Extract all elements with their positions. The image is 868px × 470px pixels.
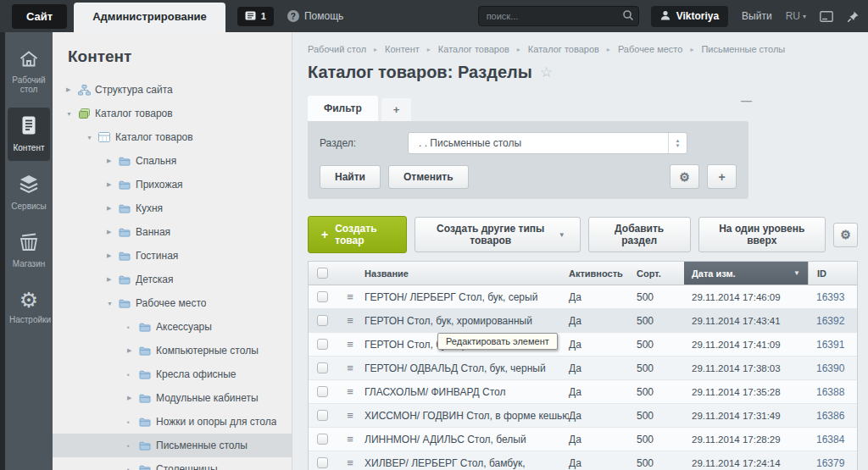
create-other-types-button[interactable]: Создать другие типы товаров ▼ [415, 217, 581, 252]
breadcrumb-item[interactable]: Письменные столы [701, 44, 785, 54]
help-button[interactable]: ? Помощь [287, 10, 343, 22]
id-link[interactable]: 16386 [816, 410, 844, 422]
tab-filter[interactable]: Фильтр [308, 96, 378, 121]
panel-toggle-icon[interactable] [820, 11, 833, 22]
tree-item[interactable]: ▪Кресла офисные [53, 362, 292, 386]
sidebar-item-shop[interactable]: Магазин [8, 224, 50, 277]
id-link[interactable]: 16390 [816, 362, 844, 374]
admin-tab[interactable]: Администрирование [74, 3, 225, 32]
expand-arrow-icon[interactable]: ▶ [107, 181, 119, 188]
id-link[interactable]: 16391 [816, 339, 844, 351]
search-input[interactable] [478, 6, 639, 26]
product-name-cell[interactable]: ХИЛВЕР/ ЛЕРБЕРГ Стол, бамбук, [364, 451, 569, 470]
filter-add-button[interactable]: + [707, 164, 737, 189]
sidebar-item-desktop[interactable]: Рабочий стол [8, 42, 50, 102]
table-row[interactable]: ≡ХИССМОН/ ГОДВИН Стол, в форме кешью, бе… [309, 404, 857, 428]
product-name-cell[interactable]: ГЕРТОН/ ЛЕРБЕРГ Стол, бук, серый [364, 285, 569, 308]
id-link[interactable]: 16388 [816, 386, 844, 398]
sidebar-item-settings[interactable]: ⚙ Настройки [8, 282, 50, 333]
breadcrumb-item[interactable]: Каталог товаров [528, 44, 599, 54]
tree-item[interactable]: ▶Компьютерные столы [53, 339, 292, 362]
search-icon[interactable] [622, 9, 634, 25]
table-row[interactable]: ≡ГЕРТОН/ ЛЕРБЕРГ Стол, бук, серыйДа50029… [309, 285, 857, 309]
level-up-button[interactable]: На один уровень вверх [698, 217, 826, 252]
user-menu[interactable]: Viktoriya [651, 6, 728, 27]
column-header-date-sorted[interactable]: Дата изм. ▼ [684, 262, 808, 285]
id-link[interactable]: 16393 [816, 291, 844, 303]
tree-item[interactable]: ▼Каталог товаров [53, 125, 292, 149]
row-menu-handle-icon[interactable]: ≡ [336, 451, 364, 470]
tree-item[interactable]: ▪Письменные столы [53, 434, 292, 457]
collapse-arrow-icon[interactable]: ▼ [86, 135, 98, 141]
id-link[interactable]: 16379 [816, 457, 844, 469]
expand-arrow-icon[interactable]: ▶ [107, 276, 119, 283]
expand-arrow-icon[interactable]: ▶ [66, 86, 78, 93]
row-checkbox[interactable] [317, 434, 328, 445]
create-product-button[interactable]: + Создать товар [308, 216, 407, 253]
tree-item[interactable]: ▶Структура сайта [53, 78, 292, 102]
row-checkbox[interactable] [317, 362, 328, 373]
row-menu-handle-icon[interactable]: ≡ [336, 380, 364, 403]
id-link[interactable]: 16384 [816, 434, 844, 445]
row-checkbox[interactable] [317, 339, 328, 350]
logout-button[interactable]: Выйти [742, 10, 772, 22]
row-checkbox[interactable] [317, 315, 328, 326]
tree-item[interactable]: ▶Модульные кабинеты [53, 386, 292, 410]
sidebar-item-services[interactable]: Сервисы [8, 166, 50, 219]
product-name-cell[interactable]: ГЛАСХОЛЬМ/ ФИНВАРД Стол [364, 380, 569, 403]
add-section-button[interactable]: Добавить раздел [588, 217, 691, 252]
sidebar-item-content[interactable]: Контент [8, 108, 50, 161]
table-row[interactable]: ≡ГЕРТОН Стол, бук, хромДа50029.11.2014 1… [309, 333, 857, 357]
tree-item[interactable]: ▶Кухня [53, 196, 292, 220]
expand-arrow-icon[interactable]: ▶ [127, 395, 139, 401]
tree-item[interactable]: ▼Рабочее место [53, 291, 292, 315]
breadcrumb-item[interactable]: Контент [385, 44, 420, 54]
product-name-cell[interactable]: ГЕРТОН Стол, бук, хромированный [364, 309, 569, 332]
tree-item[interactable]: ▪Столешницы [53, 457, 292, 470]
tree-item[interactable]: ▶Гостиная [53, 244, 292, 268]
tree-item[interactable]: ▶Прихожая [53, 173, 292, 196]
tree-item[interactable]: ▶Ванная [53, 220, 292, 244]
tree-item[interactable]: ▪Ножки и опоры для стола [53, 410, 292, 434]
breadcrumb-item[interactable]: Рабочий стол [308, 44, 366, 54]
table-row[interactable]: ≡ГЕРТОН Стол, бук, хромированныйДа50029.… [309, 309, 857, 333]
expand-arrow-icon[interactable]: ▶ [127, 347, 139, 354]
row-menu-handle-icon[interactable]: ≡ [336, 428, 364, 451]
table-row[interactable]: ≡ЛИННМОН/ АДИЛЬС Стол, белыйДа50029.11.2… [309, 428, 857, 451]
row-checkbox[interactable] [317, 410, 328, 421]
collapse-filter-icon[interactable]: — [741, 94, 752, 107]
language-selector[interactable]: RU ▾ [786, 10, 806, 22]
site-tab[interactable]: Сайт [12, 4, 67, 29]
collapse-arrow-icon[interactable]: ▼ [107, 301, 119, 307]
row-checkbox[interactable] [317, 291, 328, 302]
table-row[interactable]: ≡ГЛАСХОЛЬМ/ ФИНВАРД СтолДа50029.11.2014 … [309, 380, 857, 404]
collapse-arrow-icon[interactable]: ▼ [66, 111, 78, 117]
table-row[interactable]: ≡ГЕРТОН/ ОДВАЛЬД Стол, бук, черныйДа5002… [309, 357, 857, 380]
cancel-button[interactable]: Отменить [388, 165, 469, 189]
row-menu-handle-icon[interactable]: ≡ [336, 404, 364, 427]
row-menu-handle-icon[interactable]: ≡ [336, 285, 364, 308]
breadcrumb-item[interactable]: Рабочее место [618, 44, 683, 54]
add-filter-tab-button[interactable]: + [381, 98, 412, 121]
tree-item[interactable]: ▼Каталог товаров [53, 102, 292, 125]
product-name-cell[interactable]: ЛИННМОН/ АДИЛЬС Стол, белый [364, 428, 569, 451]
notifications-button[interactable]: 1 [237, 7, 274, 26]
select-all-checkbox[interactable] [317, 268, 328, 279]
expand-arrow-icon[interactable]: ▶ [107, 205, 119, 212]
row-menu-handle-icon[interactable]: ≡ [336, 333, 364, 356]
pin-icon[interactable] [847, 10, 860, 23]
column-header-active[interactable]: Активность [569, 262, 637, 285]
id-link[interactable]: 16392 [816, 315, 844, 327]
column-header-id[interactable]: ID [808, 262, 857, 285]
tree-item[interactable]: ▶Детская [53, 268, 292, 291]
expand-arrow-icon[interactable]: ▶ [107, 229, 119, 235]
row-menu-handle-icon[interactable]: ≡ [336, 357, 364, 379]
column-header-sort[interactable]: Сорт. [637, 262, 684, 285]
tree-item[interactable]: ▶Спальня [53, 149, 292, 173]
column-header-name[interactable]: Название [364, 262, 569, 285]
row-menu-handle-icon[interactable]: ≡ [336, 309, 364, 332]
expand-arrow-icon[interactable]: ▶ [107, 252, 119, 259]
table-row[interactable]: ≡ХИЛВЕР/ ЛЕРБЕРГ Стол, бамбук,Да50029.11… [309, 451, 857, 470]
row-checkbox[interactable] [317, 457, 328, 468]
row-checkbox[interactable] [317, 386, 328, 397]
